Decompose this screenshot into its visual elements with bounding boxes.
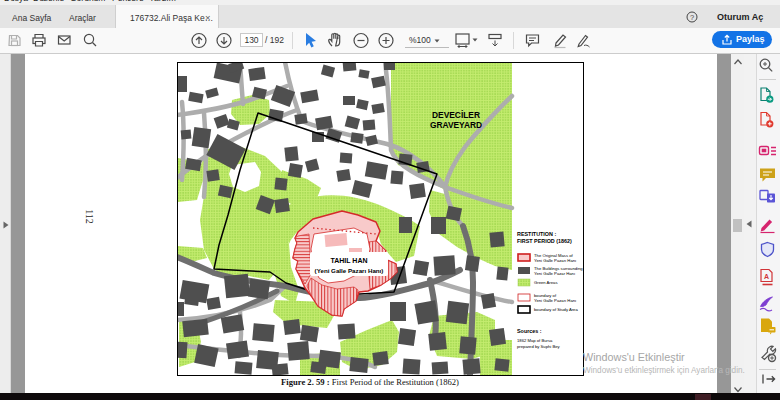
svg-text:prepared by Suphi Bey: prepared by Suphi Bey [517,344,561,349]
svg-text:TAHIL HAN: TAHIL HAN [330,257,367,264]
svg-text:Yeni Galle Pazarı Hanı: Yeni Galle Pazarı Hanı [534,298,576,303]
svg-text:1862 Map of Bursa: 1862 Map of Bursa [517,338,553,343]
svg-text:?: ? [690,13,694,22]
svg-text:FIRST PERIOD (1862): FIRST PERIOD (1862) [517,238,572,244]
svg-text:(Yeni Galle Pazarı Hanı): (Yeni Galle Pazarı Hanı) [315,267,384,274]
svg-text:A: A [763,273,768,280]
svg-text:Green Areas: Green Areas [534,280,558,285]
svg-text:Sources :: Sources : [517,328,542,334]
svg-text:GRAVEYARD: GRAVEYARD [430,120,482,130]
svg-text:boundary of Study Area: boundary of Study Area [534,307,578,312]
svg-text:RESTITUTION :: RESTITUTION : [517,231,556,237]
svg-text:Yeni Galle Pazarı Hanı: Yeni Galle Pazarı Hanı [534,258,576,263]
svg-text:Yeni Galle Pazar Hanı: Yeni Galle Pazar Hanı [534,271,575,276]
svg-text:DEVECİLER: DEVECİLER [432,110,480,120]
